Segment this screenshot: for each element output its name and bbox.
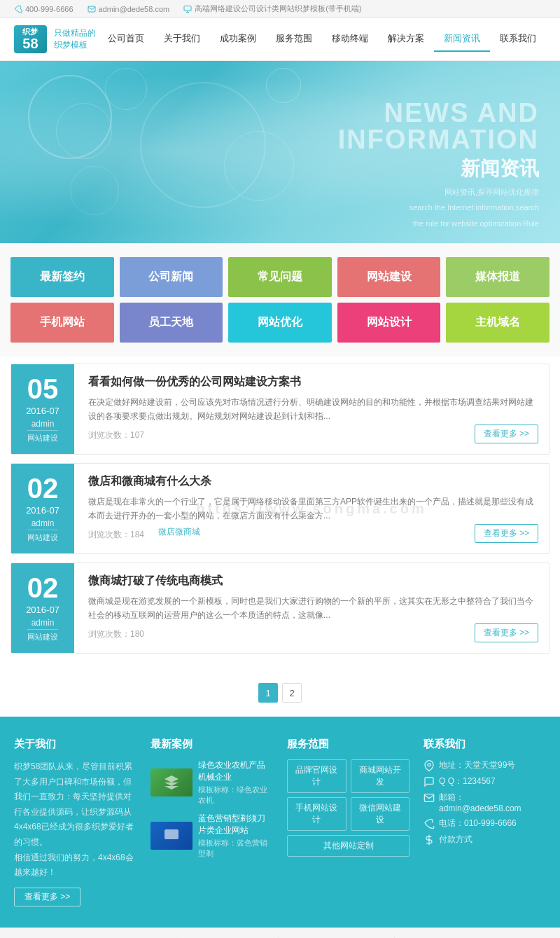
cat-btn-9[interactable]: 主机域名: [446, 303, 550, 343]
footer-col-contact: 联系我们 地址：天堂天堂99号 Q Q：1234567 邮箱：admin@ade…: [424, 738, 546, 906]
footer-case-1: 蓝色营销型剃须刀片类企业网站 模板标称：蓝色营销型剃: [150, 813, 273, 859]
nav-about[interactable]: 关于我们: [154, 27, 210, 52]
cat-btn-0[interactable]: 最新签约: [10, 257, 114, 297]
service-grid: 品牌官网设计 商城网站开发 手机网站设计 微信网站建设 其他网站定制: [287, 759, 410, 857]
svg-point-6: [428, 764, 430, 766]
service-item-2[interactable]: 手机网站设计: [287, 797, 346, 831]
cat-btn-1[interactable]: 公司新闻: [120, 257, 223, 297]
nav-solutions[interactable]: 解决方案: [378, 27, 434, 52]
cat-btn-4[interactable]: 媒体报道: [446, 257, 550, 297]
category-grid: 最新签约 公司新闻 常见问题 网站建设 媒体报道 手机网站 员工天地 网站优化 …: [0, 243, 560, 357]
cat-btn-6[interactable]: 员工天地: [120, 303, 223, 343]
nav-services[interactable]: 服务范围: [266, 27, 322, 52]
hero-text-zh: 新闻资讯: [338, 156, 539, 182]
hero-text-sub1: 网站资讯,探寻网站优化规律: [338, 186, 539, 198]
contact-payment: 付款方式: [424, 834, 546, 846]
footer-col-services: 服务范围 品牌官网设计 商城网站开发 手机网站设计 微信网站建设 其他网站定制: [287, 738, 410, 906]
contact-email: 邮箱：admin@adede58.com: [424, 792, 546, 813]
contact-address: 地址：天堂天堂99号: [424, 759, 546, 771]
news-date-box-0: 05 2016-07 admin 网站建设: [11, 364, 74, 454]
footer-about-title: 关于我们: [14, 738, 136, 751]
footer-case-info-0: 绿色农业农机产品机械企业 模板标称：绿色农业农机: [198, 759, 273, 806]
footer-about-text: 织梦58团队从来，尽管目前积累了大多用户口碑和市场份额，但我们一直致力：每天坚持…: [14, 759, 136, 881]
news-more-btn-2[interactable]: 查看更多 >>: [475, 623, 538, 642]
topbar-promo: 高端网络建设公司设计类网站织梦模板(带手机端): [183, 4, 361, 14]
news-author-2: admin: [31, 618, 55, 628]
news-date-box-1: 02 2016-07 admin 网站建设: [11, 464, 74, 553]
news-tag-0: 网站建设: [27, 430, 58, 443]
page-btn-2[interactable]: 2: [282, 683, 302, 703]
news-more-btn-0[interactable]: 查看更多 >>: [475, 425, 538, 443]
service-item-0[interactable]: 品牌官网设计: [287, 759, 346, 793]
news-item-1: 02 2016-07 admin 网站建设 https://www.songma…: [10, 463, 550, 554]
topbar-phone: 400-999-6666: [14, 5, 74, 13]
cat-btn-3[interactable]: 网站建设: [337, 257, 441, 297]
news-title-2[interactable]: 微商城打破了传统电商模式: [88, 574, 535, 588]
news-tag-1: 网站建设: [27, 530, 58, 543]
news-views-2: 浏览次数：180: [88, 628, 535, 640]
site-header: 织梦58 只做精品的织梦模板 公司首页 关于我们 成功案例 服务范围 移动终端 …: [0, 18, 560, 61]
hero-text-sub3: the rule for website optimization Rule: [338, 218, 539, 230]
contact-phone-text: 电话：010-999-6666: [439, 818, 517, 829]
hero-text-block: NEWS AND INFORMATION 新闻资讯 网站资讯,探寻网站优化规律 …: [338, 99, 539, 230]
news-title-0[interactable]: 看看如何做一份优秀的公司网站建设方案书: [88, 375, 535, 389]
cat-btn-7[interactable]: 网站优化: [228, 303, 332, 343]
contact-qq: Q Q：1234567: [424, 775, 546, 787]
news-author-0: admin: [31, 419, 55, 429]
main-nav: 公司首页 关于我们 成功案例 服务范围 移动终端 解决方案 新闻资讯 联系我们: [98, 27, 546, 52]
footer-case-0: 绿色农业农机产品机械企业 模板标称：绿色农业农机: [150, 759, 273, 806]
nav-contact[interactable]: 联系我们: [490, 27, 546, 52]
news-views-1: 浏览次数：184: [88, 529, 144, 541]
nav-mobile[interactable]: 移动终端: [322, 27, 378, 52]
footer-case-title-1[interactable]: 蓝色营销型剃须刀片类企业网站: [198, 813, 273, 836]
footer-contact-title: 联系我们: [424, 738, 546, 751]
news-excerpt-0: 在决定做好网站建设前，公司应该先对市场情况进行分析、明确建设网站的目的和功能性，…: [88, 395, 535, 424]
news-more-btn-1[interactable]: 查看更多 >>: [475, 524, 538, 543]
hero-text-sub2: search the Internet information,search: [338, 202, 539, 214]
footer-top: 关于我们 织梦58团队从来，尽管目前积累了大多用户口碑和市场份额，但我们一直致力…: [0, 717, 560, 927]
news-day-1: 02: [27, 474, 59, 502]
service-item-1[interactable]: 商城网站开发: [351, 759, 410, 793]
news-month-2: 2016-07: [26, 605, 59, 615]
news-title-1[interactable]: 微店和微商城有什么大杀: [88, 474, 535, 489]
hero-banner: NEWS AND INFORMATION 新闻资讯 网站资讯,探寻网站优化规律 …: [0, 61, 560, 243]
logo-image[interactable]: 织梦58: [14, 25, 47, 53]
news-content-1: https://www.songma.com 微店和微商城有什么大杀 微店是现在…: [74, 464, 549, 553]
nav-home[interactable]: 公司首页: [98, 27, 154, 52]
footer-bottom: 友情链接： 织梦58 织梦模板 响应式织梦模板 discuz模板 织梦主机 Co…: [0, 927, 560, 938]
news-date-box-2: 02 2016-07 admin 网站建设: [11, 563, 74, 653]
service-item-4[interactable]: 其他网站定制: [287, 835, 410, 857]
cat-btn-2[interactable]: 常见问题: [228, 257, 332, 297]
news-day-0: 05: [27, 375, 59, 403]
footer-case-img-0: [150, 768, 192, 796]
news-month-1: 2016-07: [26, 505, 59, 516]
contact-address-text: 地址：天堂天堂99号: [439, 759, 515, 771]
svg-rect-3: [164, 829, 178, 839]
page-btn-1[interactable]: 1: [258, 683, 278, 703]
topbar-email: admin@dede58.com: [88, 5, 170, 13]
service-item-3[interactable]: 微信网站建设: [351, 797, 410, 831]
logo-area: 织梦58 只做精品的织梦模板: [14, 25, 98, 53]
news-excerpt-1: 微店是现在非常火的一个行业了，它是属于网络移动设备里面第三方APP软件诞生出来的…: [88, 495, 535, 523]
news-tag-2: 网站建设: [27, 629, 58, 642]
news-month-0: 2016-07: [26, 406, 59, 416]
footer-services-title: 服务范围: [287, 738, 410, 751]
news-content-0: 看看如何做一份优秀的公司网站建设方案书 在决定做好网站建设前，公司应该先对市场情…: [74, 364, 549, 454]
cat-btn-5[interactable]: 手机网站: [10, 303, 114, 343]
nav-news[interactable]: 新闻资讯: [434, 27, 490, 52]
news-item-2: 02 2016-07 admin 网站建设 微商城打破了传统电商模式 微商城是现…: [10, 563, 550, 654]
footer-case-title-0[interactable]: 绿色农业农机产品机械企业: [198, 759, 273, 783]
footer-cases-title: 最新案例: [150, 738, 273, 751]
news-section: 05 2016-07 admin 网站建设 看看如何做一份优秀的公司网站建设方案…: [0, 357, 560, 669]
nav-cases[interactable]: 成功案例: [210, 27, 266, 52]
hero-text-en1: NEWS AND: [338, 99, 539, 126]
footer-case-sub-1: 模板标称：蓝色营销型剃: [198, 838, 273, 859]
cat-btn-8[interactable]: 网站设计: [337, 303, 441, 343]
svg-rect-0: [184, 6, 191, 11]
footer-case-info-1: 蓝色营销型剃须刀片类企业网站 模板标称：蓝色营销型剃: [198, 813, 273, 859]
news-item-0: 05 2016-07 admin 网站建设 看看如何做一份优秀的公司网站建设方案…: [10, 364, 550, 455]
contact-email-text: 邮箱：admin@adede58.com: [439, 792, 546, 813]
footer-about-more[interactable]: 查看更多 >>: [14, 888, 80, 906]
news-source-1: 微店微商城: [158, 526, 200, 538]
contact-payment-text: 付款方式: [439, 834, 472, 846]
